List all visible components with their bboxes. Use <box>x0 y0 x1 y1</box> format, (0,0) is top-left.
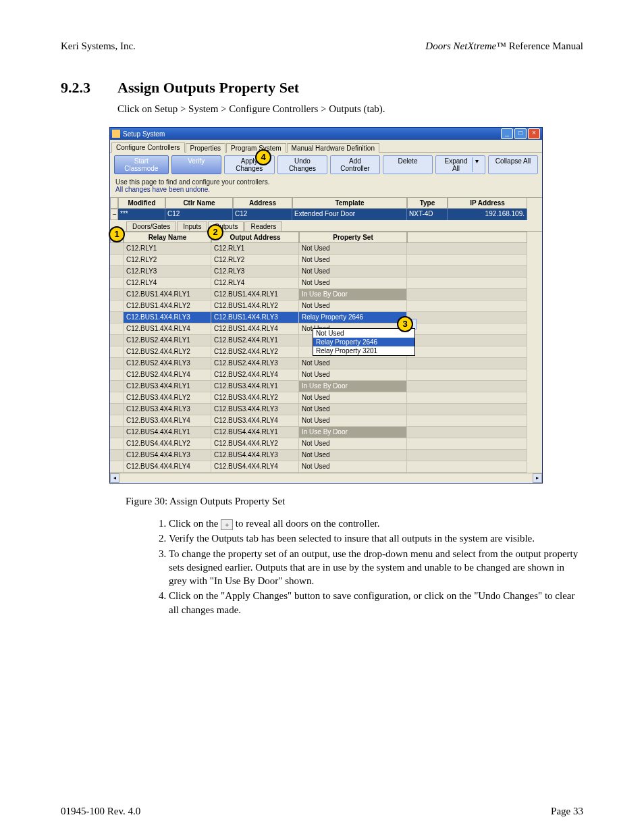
relay-row[interactable]: C12.BUS4.4X4.RLY4C12.BUS4.4X4.RLY4Not Us… <box>110 461 542 473</box>
cell-output-address: C12.BUS4.4X4.RLY1 <box>211 427 299 438</box>
cell-output-address: C12.RLY2 <box>211 255 299 266</box>
add-controller-button[interactable]: Add Controller <box>330 155 380 174</box>
window-title: Setup System <box>123 130 165 138</box>
relay-row[interactable]: C12.BUS4.4X4.RLY3C12.BUS4.4X4.RLY3Not Us… <box>110 450 542 461</box>
chevron-down-icon[interactable]: ▾ <box>472 157 481 172</box>
relay-row[interactable]: C12.BUS3.4X4.RLY2C12.BUS3.4X4.RLY2Not Us… <box>110 392 542 404</box>
col-output-address[interactable]: Output Address <box>211 232 299 243</box>
row-gutter <box>110 312 124 323</box>
col-modified[interactable]: Modified <box>118 198 165 209</box>
expand-toggle-icon[interactable]: − <box>110 209 118 220</box>
col-ctlr-name[interactable]: Ctlr Name <box>165 198 233 209</box>
cell-property-set[interactable]: Not Used <box>299 278 407 289</box>
cell-property-set[interactable]: Not Used <box>299 450 407 461</box>
section-heading: Assign Outputs Property Set <box>117 79 299 97</box>
col-property-set[interactable]: Property Set <box>299 232 407 243</box>
row-gutter <box>110 358 124 369</box>
row-trailing <box>407 404 527 415</box>
cell-ctlr-name: C12 <box>165 209 233 220</box>
close-button[interactable]: × <box>528 128 540 139</box>
cell-property-set[interactable]: Relay Property 2646 <box>299 312 407 323</box>
cell-relay-name: C12.BUS2.4X4.RLY2 <box>124 346 211 358</box>
relay-row[interactable]: C12.RLY2C12.RLY2Not Used <box>110 255 542 266</box>
cell-relay-name: C12.BUS4.4X4.RLY4 <box>124 461 211 473</box>
relay-row[interactable]: C12.RLY3C12.RLY3Not Used <box>110 266 542 278</box>
subtab-readers[interactable]: Readers <box>244 221 282 231</box>
subtab-doors-gates[interactable]: Doors/Gates <box>126 221 176 231</box>
scroll-left-icon[interactable]: ◂ <box>110 473 119 483</box>
relay-row[interactable]: C12.BUS1.4X4.RLY3C12.BUS1.4X4.RLY3Relay … <box>110 312 542 323</box>
cell-property-set[interactable]: Not Used <box>299 266 407 278</box>
col-type[interactable]: Type <box>407 198 448 209</box>
relay-row[interactable]: C12.BUS4.4X4.RLY1C12.BUS4.4X4.RLY1In Use… <box>110 427 542 438</box>
delete-button[interactable]: Delete <box>383 155 433 174</box>
horizontal-scrollbar[interactable]: ◂ ▸ <box>110 473 542 483</box>
cell-relay-name: C12.BUS1.4X4.RLY3 <box>124 312 211 323</box>
property-set-dropdown[interactable]: Not Used Relay Property 2646 Relay Prope… <box>313 328 415 356</box>
cell-relay-name: C12.RLY4 <box>124 278 211 289</box>
cell-property-set[interactable]: Not Used <box>299 415 407 427</box>
relay-row[interactable]: C12.RLY1C12.RLY1Not Used <box>110 243 542 255</box>
relay-row[interactable]: C12.BUS2.4X4.RLY4C12.BUS2.4X4.RLY4Not Us… <box>110 369 542 381</box>
cell-address: C12 <box>233 209 292 220</box>
cell-relay-name: C12.BUS4.4X4.RLY3 <box>124 450 211 461</box>
cell-property-set[interactable]: Not Used <box>299 243 407 255</box>
plus-icon: + <box>221 519 233 530</box>
subtab-inputs[interactable]: Inputs <box>177 221 207 231</box>
cell-property-set[interactable]: Not Used <box>299 358 407 369</box>
scroll-right-icon[interactable]: ▸ <box>533 473 542 483</box>
col-ip[interactable]: IP Address <box>448 198 527 209</box>
tab-properties[interactable]: Properties <box>186 143 226 153</box>
cell-property-set[interactable]: In Use By Door <box>299 427 407 438</box>
relay-row[interactable]: C12.BUS3.4X4.RLY4C12.BUS3.4X4.RLY4Not Us… <box>110 415 542 427</box>
relay-row[interactable]: C12.BUS3.4X4.RLY1C12.BUS3.4X4.RLY1In Use… <box>110 381 542 392</box>
col-relay-name[interactable]: Relay Name <box>124 232 211 243</box>
controller-row[interactable]: − *** C12 C12 Extended Four Door NXT-4D … <box>110 209 542 220</box>
cell-property-set[interactable]: Not Used <box>299 255 407 266</box>
hint-line-2: All changes have been undone. <box>115 186 537 193</box>
cell-output-address: C12.BUS4.4X4.RLY4 <box>211 461 299 473</box>
start-classmode-button[interactable]: Start Classmode <box>114 155 169 174</box>
relay-row[interactable]: C12.BUS1.4X4.RLY1C12.BUS1.4X4.RLY1In Use… <box>110 289 542 301</box>
relay-row[interactable]: C12.BUS3.4X4.RLY3C12.BUS3.4X4.RLY3Not Us… <box>110 404 542 415</box>
cell-property-set[interactable]: In Use By Door <box>299 289 407 301</box>
annotation-1: 1 <box>109 226 125 242</box>
cell-property-set[interactable]: Not Used <box>299 438 407 450</box>
maximize-button[interactable]: □ <box>514 128 527 139</box>
tab-manual-hardware[interactable]: Manual Hardware Definition <box>287 143 379 153</box>
col-template[interactable]: Template <box>292 198 407 209</box>
tab-program-system[interactable]: Program System <box>226 143 286 153</box>
collapse-all-button[interactable]: Collapse All <box>488 155 538 174</box>
row-trailing <box>407 266 527 278</box>
relay-row[interactable]: C12.BUS2.4X4.RLY3C12.BUS2.4X4.RLY3Not Us… <box>110 358 542 369</box>
undo-changes-button[interactable]: Undo Changes <box>277 155 327 174</box>
cell-output-address: C12.BUS2.4X4.RLY3 <box>211 358 299 369</box>
manual-suffix: Reference Manual <box>506 41 583 51</box>
cell-property-set[interactable]: Not Used <box>299 369 407 381</box>
top-tabs: Configure Controllers Properties Program… <box>110 140 542 153</box>
cell-property-set[interactable]: Not Used <box>299 392 407 404</box>
tab-configure-controllers[interactable]: Configure Controllers <box>111 142 185 153</box>
dropdown-option-3201[interactable]: Relay Property 3201 <box>313 346 414 355</box>
expand-all-button[interactable]: Expand All▾ <box>435 155 485 174</box>
row-trailing <box>407 278 527 289</box>
col-address[interactable]: Address <box>233 198 292 209</box>
relay-row[interactable]: C12.RLY4C12.RLY4Not Used <box>110 278 542 289</box>
minimize-button[interactable]: _ <box>501 128 513 139</box>
relay-row[interactable]: C12.BUS4.4X4.RLY2C12.BUS4.4X4.RLY2Not Us… <box>110 438 542 450</box>
cell-property-set[interactable]: Not Used <box>299 301 407 312</box>
hint-line-1: Use this page to find and configure your… <box>115 178 537 186</box>
relay-row[interactable]: C12.BUS1.4X4.RLY2C12.BUS1.4X4.RLY2Not Us… <box>110 301 542 312</box>
relay-grid-header: Relay Name Output Address Property Set <box>110 232 542 243</box>
titlebar[interactable]: Setup System _ □ × <box>110 128 542 140</box>
row-trailing <box>407 415 527 427</box>
cell-property-set[interactable]: Not Used <box>299 404 407 415</box>
cell-relay-name: C12.BUS1.4X4.RLY1 <box>124 289 211 301</box>
cell-property-set[interactable]: In Use By Door <box>299 381 407 392</box>
verify-button[interactable]: Verify <box>171 155 221 174</box>
cell-output-address: C12.BUS1.4X4.RLY4 <box>211 323 299 335</box>
cell-property-set[interactable]: Not Used <box>299 461 407 473</box>
row-gutter <box>110 461 124 473</box>
controller-grid-header: Modified Ctlr Name Address Template Type… <box>110 197 542 209</box>
dropdown-option-2646[interactable]: Relay Property 2646 <box>313 338 414 346</box>
